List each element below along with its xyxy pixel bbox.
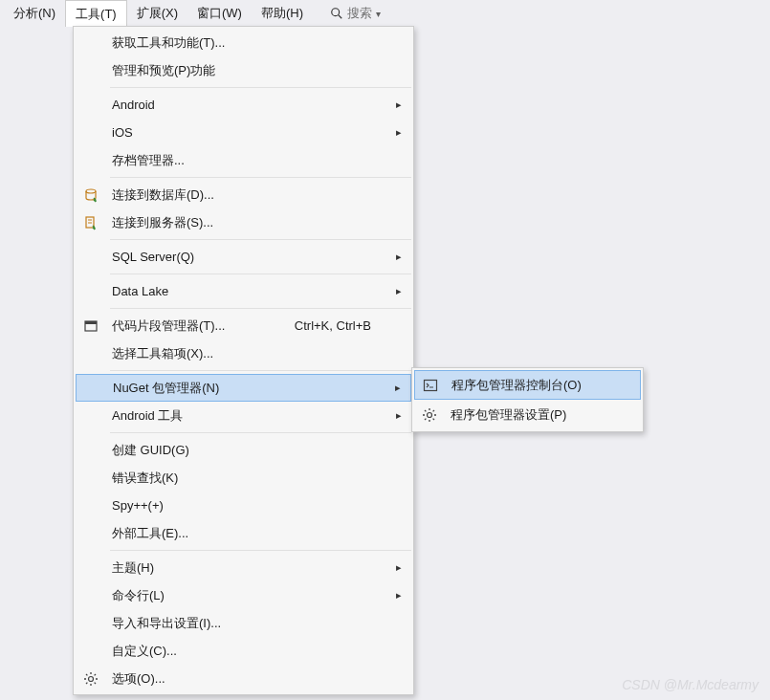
menu-item-command-line[interactable]: 命令行(L)▸ — [76, 581, 411, 609]
menu-item-sql-server[interactable]: SQL Server(Q)▸ — [76, 243, 411, 271]
chevron-down-icon: ▾ — [376, 9, 381, 19]
separator — [110, 370, 411, 371]
svg-point-2 — [86, 189, 96, 193]
submenu-item-console[interactable]: 程序包管理器控制台(O) — [414, 370, 641, 400]
tools-menu: 获取工具和功能(T)... 管理和预览(P)功能 Android▸ iOS▸ 存… — [73, 26, 414, 695]
svg-rect-11 — [425, 380, 437, 390]
menu-item-get-tools[interactable]: 获取工具和功能(T)... — [76, 29, 411, 56]
menu-item-options[interactable]: 选项(O)... — [76, 665, 411, 692]
separator — [110, 550, 411, 551]
snippet-icon — [83, 318, 99, 334]
submenu-arrow-icon: ▸ — [388, 589, 402, 602]
menubar-item-analyze[interactable]: 分析(N) — [4, 0, 65, 27]
submenu-arrow-icon: ▸ — [388, 126, 402, 139]
svg-point-0 — [332, 9, 340, 16]
submenu-item-settings[interactable]: 程序包管理器设置(P) — [414, 400, 641, 429]
menu-item-error-lookup[interactable]: 错误查找(K) — [76, 464, 411, 492]
menu-item-spy[interactable]: Spy++(+) — [76, 492, 411, 519]
separator — [110, 239, 411, 240]
menubar-item-tools[interactable]: 工具(T) — [65, 0, 127, 27]
submenu-arrow-icon: ▸ — [388, 409, 402, 422]
submenu-arrow-icon: ▸ — [388, 561, 402, 574]
database-icon — [83, 187, 99, 203]
separator — [110, 308, 411, 309]
separator — [110, 432, 411, 433]
search-label: 搜索 — [347, 5, 372, 22]
watermark: CSDN @Mr.Mcdearmy — [622, 677, 759, 692]
server-icon — [83, 215, 99, 230]
menu-item-android-tools[interactable]: Android 工具▸ — [76, 402, 411, 429]
menubar: 分析(N) 工具(T) 扩展(X) 窗口(W) 帮助(H) 搜索 ▾ — [0, 0, 770, 27]
menu-item-connect-server[interactable]: 连接到服务器(S)... — [76, 208, 411, 236]
submenu-arrow-icon: ▸ — [388, 285, 402, 297]
menu-item-archive-manager[interactable]: 存档管理器... — [76, 146, 411, 174]
svg-point-12 — [428, 412, 432, 417]
search-box[interactable]: 搜索 ▾ — [330, 5, 381, 22]
svg-line-1 — [339, 15, 342, 19]
search-icon — [330, 7, 343, 20]
menu-item-android[interactable]: Android▸ — [76, 91, 411, 119]
console-icon — [423, 378, 438, 393]
submenu-arrow-icon: ▸ — [387, 382, 401, 394]
shortcut-text: Ctrl+K, Ctrl+B — [295, 318, 388, 333]
submenu-arrow-icon: ▸ — [388, 98, 402, 111]
nuget-submenu: 程序包管理器控制台(O) 程序包管理器设置(P) — [411, 367, 644, 432]
menu-item-import-export[interactable]: 导入和导出设置(I)... — [76, 609, 411, 637]
svg-point-10 — [89, 676, 94, 681]
menu-item-data-lake[interactable]: Data Lake▸ — [76, 277, 411, 305]
svg-rect-9 — [85, 321, 97, 324]
menu-item-theme[interactable]: 主题(H)▸ — [76, 554, 411, 581]
gear-icon — [422, 407, 437, 423]
menu-item-connect-database[interactable]: 连接到数据库(D)... — [76, 181, 411, 208]
separator — [110, 273, 411, 274]
menubar-item-help[interactable]: 帮助(H) — [252, 0, 313, 27]
menu-item-ios[interactable]: iOS▸ — [76, 119, 411, 146]
menu-item-customize[interactable]: 自定义(C)... — [76, 637, 411, 665]
menu-item-manage-preview[interactable]: 管理和预览(P)功能 — [76, 56, 411, 84]
menu-item-nuget[interactable]: NuGet 包管理器(N)▸ — [76, 374, 411, 402]
menu-item-create-guid[interactable]: 创建 GUID(G) — [76, 436, 411, 464]
gear-icon — [83, 671, 99, 687]
menubar-item-extensions[interactable]: 扩展(X) — [127, 0, 187, 27]
menu-item-choose-toolbox[interactable]: 选择工具箱项(X)... — [76, 339, 411, 367]
menu-item-code-snippets[interactable]: 代码片段管理器(T)...Ctrl+K, Ctrl+B — [76, 312, 411, 339]
submenu-arrow-icon: ▸ — [388, 251, 402, 263]
menubar-item-window[interactable]: 窗口(W) — [187, 0, 252, 27]
separator — [110, 177, 411, 178]
menu-item-external-tools[interactable]: 外部工具(E)... — [76, 519, 411, 547]
separator — [110, 87, 411, 88]
